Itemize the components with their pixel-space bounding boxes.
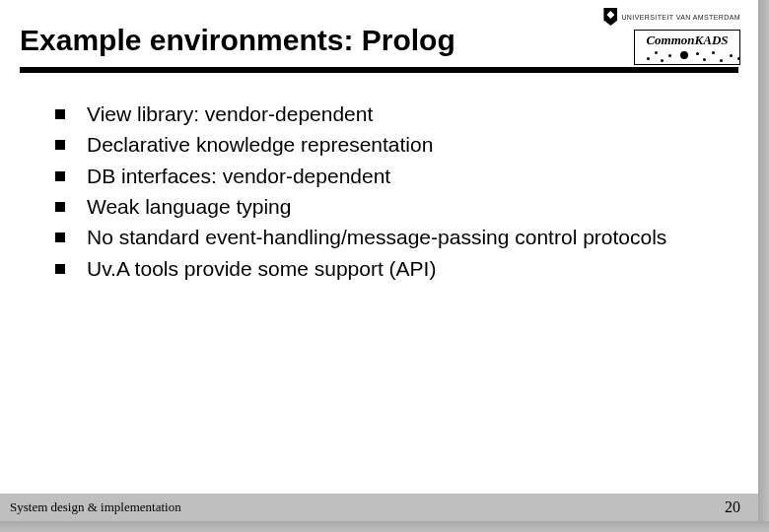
slide: Example environments: Prolog UNIVERSITEI… — [0, 0, 758, 521]
commonkads-label: CommonKADS — [641, 33, 734, 48]
slide-container: Example environments: Prolog UNIVERSITEI… — [0, 0, 769, 532]
commonkads-graphic — [641, 49, 734, 63]
bullet-list: View library: vendor-dependent Declarati… — [55, 100, 729, 283]
list-item: Uv.A tools provide some support (API) — [55, 255, 729, 283]
shadow-right — [758, 0, 769, 532]
list-item: DB interfaces: vendor-dependent — [55, 163, 729, 190]
slide-header: Example environments: Prolog UNIVERSITEI… — [0, 0, 758, 67]
shadow-bottom — [0, 521, 769, 532]
logo-area: UNIVERSITEIT VAN AMSTERDAM CommonKADS — [603, 8, 740, 65]
commonkads-logo: CommonKADS — [634, 30, 740, 65]
university-label: UNIVERSITEIT VAN AMSTERDAM — [621, 14, 740, 21]
university-logo: UNIVERSITEIT VAN AMSTERDAM — [603, 8, 740, 26]
list-item: Weak language typing — [55, 193, 729, 221]
slide-body: View library: vendor-dependent Declarati… — [0, 73, 758, 283]
list-item: Declarative knowledge representation — [55, 131, 729, 159]
page-number: 20 — [725, 499, 740, 516]
shield-icon — [603, 8, 617, 26]
list-item: No standard event-handling/message-passi… — [55, 224, 729, 251]
slide-footer: System design & implementation 20 — [0, 494, 758, 521]
footer-title: System design & implementation — [10, 499, 181, 515]
list-item: View library: vendor-dependent — [55, 100, 729, 128]
